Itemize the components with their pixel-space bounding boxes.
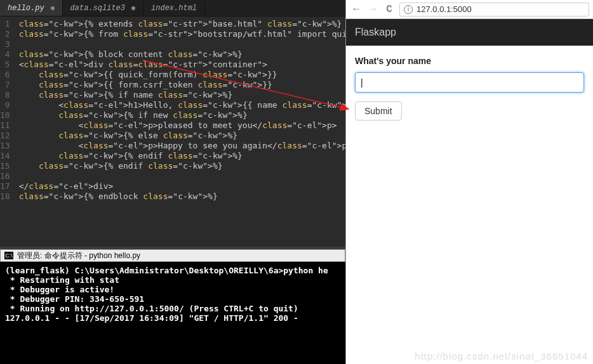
name-input[interactable] bbox=[355, 72, 584, 93]
tab-label: hello.py bbox=[8, 4, 44, 13]
tab-close-dot-icon[interactable] bbox=[131, 6, 135, 10]
code-content[interactable]: class="c-kw">{% extends class="c-str">"b… bbox=[15, 16, 345, 247]
back-button[interactable]: ← bbox=[350, 4, 363, 15]
browser-toolbar: ← → C i 127.0.0.1:5000 bbox=[346, 0, 593, 19]
tab-label: data.sqlite3 bbox=[70, 4, 125, 13]
name-label: What's your name bbox=[355, 56, 431, 66]
app-navbar: Flaskapp bbox=[346, 19, 593, 46]
page-content: What's your name Submit bbox=[346, 46, 593, 131]
cmd-icon: C:\ bbox=[4, 252, 13, 259]
watermark-text: http://blog.csdn.net/sinat_36651044 bbox=[415, 351, 588, 361]
terminal-output[interactable]: (learn_flask) C:\Users\Administrator\Des… bbox=[0, 262, 345, 327]
terminal-title-text: 管理员: 命令提示符 - python hello.py bbox=[17, 250, 140, 261]
reload-button[interactable]: C bbox=[383, 4, 396, 15]
submit-button[interactable]: Submit bbox=[355, 101, 402, 120]
forward-button[interactable]: → bbox=[366, 4, 379, 15]
terminal-titlebar[interactable]: C:\ 管理员: 命令提示符 - python hello.py bbox=[0, 249, 345, 262]
tab-index-html[interactable]: index.html bbox=[143, 0, 205, 16]
code-editor: hello.py data.sqlite3 index.html 1234567… bbox=[0, 0, 345, 247]
line-number-gutter: 123456789101112131415161718 bbox=[0, 16, 15, 247]
address-bar[interactable]: i 127.0.0.1:5000 bbox=[399, 3, 589, 16]
site-info-icon[interactable]: i bbox=[404, 5, 413, 14]
brand-title: Flaskapp bbox=[355, 27, 396, 37]
editor-tab-strip: hello.py data.sqlite3 index.html bbox=[0, 0, 345, 16]
tab-label: index.html bbox=[151, 4, 197, 13]
tab-close-dot-icon[interactable] bbox=[51, 6, 55, 10]
address-text: 127.0.0.1:5000 bbox=[416, 4, 472, 14]
terminal-window: C:\ 管理员: 命令提示符 - python hello.py (learn_… bbox=[0, 247, 345, 364]
tab-hello-py[interactable]: hello.py bbox=[0, 0, 63, 16]
browser-window: ← → C i 127.0.0.1:5000 Flaskapp What's y… bbox=[346, 0, 593, 364]
tab-data-sqlite3[interactable]: data.sqlite3 bbox=[63, 0, 143, 16]
